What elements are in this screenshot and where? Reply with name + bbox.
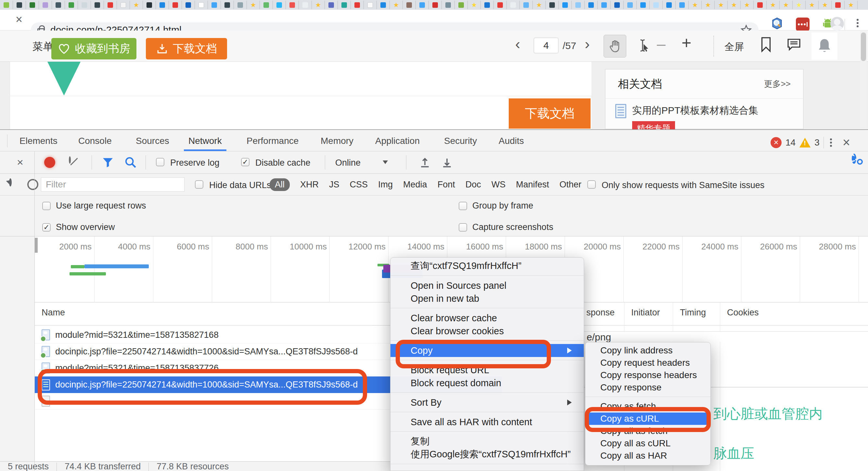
- browser-mini-tab[interactable]: [26, 1, 39, 9]
- comment-icon[interactable]: [786, 37, 802, 52]
- menu-item-open-in-new-tab[interactable]: Open in new tab: [391, 292, 584, 305]
- browser-mini-tab[interactable]: [351, 1, 364, 9]
- samesite-label[interactable]: Only show requests with SameSite issues: [601, 180, 764, 190]
- notification-bell-icon[interactable]: [811, 32, 837, 60]
- browser-menu-icon[interactable]: [855, 18, 861, 29]
- submenu-item-copy-as-curl[interactable]: Copy as cURL: [585, 412, 710, 425]
- export-har-icon[interactable]: [440, 156, 454, 169]
- avatar[interactable]: [830, 17, 844, 31]
- import-har-icon[interactable]: [418, 156, 431, 169]
- browser-mini-tab[interactable]: ★: [533, 1, 546, 9]
- browser-mini-tab[interactable]: [286, 1, 299, 9]
- browser-mini-tab[interactable]: [507, 1, 520, 9]
- page-scrollbar[interactable]: [860, 31, 867, 129]
- browser-mini-tab[interactable]: [455, 1, 468, 9]
- tab-security[interactable]: Security: [444, 131, 477, 151]
- column-header-sponse[interactable]: sponse: [586, 308, 615, 318]
- browser-mini-tab[interactable]: [169, 1, 182, 9]
- tab-console[interactable]: Console: [78, 131, 112, 151]
- throttling-select[interactable]: Online: [335, 158, 361, 168]
- browser-mini-tab[interactable]: [637, 1, 650, 9]
- menu-item-copy[interactable]: Copy: [391, 344, 584, 357]
- browser-mini-tab[interactable]: [52, 1, 65, 9]
- browser-mini-tab[interactable]: [273, 1, 286, 9]
- submenu-item-copy-response[interactable]: Copy response: [585, 381, 710, 394]
- preserve-log-label[interactable]: Preserve log: [170, 158, 220, 168]
- password-manager-extension-icon[interactable]: [796, 18, 809, 31]
- browser-mini-tab[interactable]: [403, 1, 416, 9]
- scrollbar-thumb[interactable]: [861, 32, 866, 61]
- browser-mini-tab[interactable]: [91, 1, 104, 9]
- browser-mini-tab[interactable]: [611, 1, 624, 9]
- browser-mini-tab[interactable]: [416, 1, 429, 9]
- browser-mini-tab[interactable]: [481, 1, 494, 9]
- timeline-resource-bar[interactable]: [69, 272, 106, 276]
- browser-mini-tab[interactable]: [663, 1, 676, 9]
- column-header-cookies[interactable]: Cookies: [727, 308, 759, 318]
- page-number-input[interactable]: [534, 38, 558, 53]
- favorite-button[interactable]: 收藏到书房: [51, 38, 136, 59]
- tab-sources[interactable]: Sources: [136, 131, 169, 151]
- filter-type-xhr[interactable]: XHR: [300, 180, 319, 190]
- menu-item-block-request-url[interactable]: Block request URL: [391, 364, 584, 376]
- browser-mini-tab[interactable]: [182, 1, 195, 9]
- tab-elements[interactable]: Elements: [20, 131, 58, 151]
- browser-mini-tab[interactable]: [338, 1, 351, 9]
- browser-mini-tab[interactable]: [104, 1, 117, 9]
- browser-mini-tab[interactable]: [429, 1, 442, 9]
- browser-mini-tab[interactable]: [520, 1, 533, 9]
- browser-mini-tab[interactable]: ★: [130, 1, 143, 9]
- submenu-item-copy-as-fetch[interactable]: Copy as fetch: [585, 400, 710, 412]
- filter-input[interactable]: [41, 177, 185, 192]
- browser-mini-tab[interactable]: ★: [689, 1, 702, 9]
- submenu-item-copy-all-as-curl[interactable]: Copy all as cURL: [585, 437, 710, 449]
- network-close-icon[interactable]: ×: [17, 156, 23, 168]
- filter-type-manifest[interactable]: Manifest: [516, 180, 549, 190]
- filter-type-doc[interactable]: Doc: [466, 180, 481, 190]
- browser-mini-tab[interactable]: [325, 1, 338, 9]
- disable-cache-checkbox[interactable]: ✓: [241, 158, 249, 166]
- hide-data-urls-checkbox[interactable]: [195, 180, 204, 189]
- browser-mini-tab[interactable]: [832, 1, 845, 9]
- disable-cache-label[interactable]: Disable cache: [255, 158, 311, 168]
- filter-type-css[interactable]: CSS: [350, 180, 368, 190]
- browser-mini-tab[interactable]: [624, 1, 637, 9]
- menu-item-sort-by[interactable]: Sort By: [391, 396, 584, 409]
- menu-item-open-in-sources-panel[interactable]: Open in Sources panel: [391, 279, 584, 292]
- browser-mini-tab[interactable]: ★: [702, 1, 715, 9]
- timeline-resource-bar[interactable]: [85, 264, 149, 268]
- browser-mini-tab[interactable]: [143, 1, 156, 9]
- samesite-checkbox[interactable]: [587, 180, 596, 189]
- submenu-item-copy-link-address[interactable]: Copy link address: [585, 344, 710, 357]
- browser-mini-tab[interactable]: ★: [728, 1, 741, 9]
- browser-mini-tab[interactable]: ★: [468, 1, 481, 9]
- devtools-close-icon[interactable]: ×: [843, 135, 850, 150]
- capture-screenshots-checkbox[interactable]: [459, 223, 467, 231]
- browser-mini-tab[interactable]: [65, 1, 78, 9]
- menu-item-block-request-domain[interactable]: Block request domain: [391, 376, 584, 389]
- browser-mini-tab[interactable]: [598, 1, 611, 9]
- browser-tab-strip[interactable]: ★★★★★★★★★★★★★★★★★: [0, 0, 868, 10]
- browser-mini-tab[interactable]: [117, 1, 130, 9]
- hand-tool-button[interactable]: [603, 35, 626, 58]
- tab-performance[interactable]: Performance: [247, 131, 299, 151]
- filter-type-all[interactable]: All: [270, 178, 290, 191]
- related-docs-more-link[interactable]: 更多>>: [764, 78, 791, 90]
- name-column-header[interactable]: Name: [41, 308, 65, 318]
- menu-item-查询-cxtf7sq19mfrhxffch-[interactable]: 查询“cxtf7SQ19mfrHxffcH”: [391, 259, 584, 273]
- browser-mini-tab[interactable]: [195, 1, 208, 9]
- capture-screenshots-option[interactable]: Capture screenshots: [459, 222, 553, 232]
- browser-mini-tab[interactable]: ★: [780, 1, 793, 9]
- filter-icon[interactable]: [101, 156, 114, 169]
- download-button[interactable]: 下载文档: [146, 38, 227, 59]
- browser-mini-tab[interactable]: [0, 1, 13, 9]
- filter-type-js[interactable]: JS: [329, 180, 339, 190]
- group-by-frame-option[interactable]: Group by frame: [459, 201, 533, 211]
- menu-item-复制[interactable]: 复制: [391, 435, 584, 448]
- browser-mini-tab[interactable]: ★: [845, 1, 858, 9]
- record-button[interactable]: [44, 157, 55, 168]
- browser-mini-tab[interactable]: [754, 1, 767, 9]
- timeline-resource-bar[interactable]: [71, 265, 85, 268]
- warning-icon[interactable]: [800, 138, 810, 148]
- browser-mini-tab[interactable]: [494, 1, 507, 9]
